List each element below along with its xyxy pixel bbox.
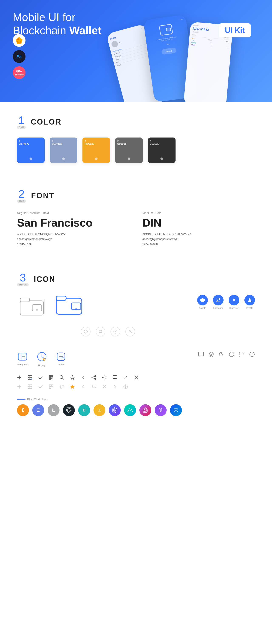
history-icon	[36, 351, 47, 362]
uni-icon	[170, 404, 182, 416]
svg-point-12	[36, 309, 38, 311]
main-content: 1 ONE COLOR # 3574FA # 8DA0C8 # F5A623 #…	[0, 102, 272, 442]
forward-icon-faint	[112, 384, 117, 390]
info-icon-faint	[123, 384, 128, 390]
svg-rect-88	[49, 387, 51, 388]
tool-badges: Ps 60+ Screens	[13, 34, 26, 79]
svg-rect-87	[52, 385, 53, 386]
misc-icons-row	[198, 351, 255, 358]
settings-icon	[102, 375, 107, 381]
sketch-badge	[13, 34, 26, 47]
add-icon-faint	[17, 384, 22, 390]
icon-row-wallet: Assets Exchange	[17, 295, 255, 318]
hero-title: Mobile UI for Blockchain Wallet	[13, 11, 132, 37]
svg-marker-68	[70, 376, 74, 380]
svg-point-24	[115, 331, 116, 332]
speech-icon	[239, 351, 245, 358]
close-icon	[134, 375, 138, 381]
discover-icon-box: Discover	[229, 295, 239, 309]
icon-row-bottom-nav: Mangment History	[17, 351, 255, 367]
svg-point-74	[104, 377, 105, 378]
svg-point-16	[75, 308, 77, 310]
litecoin-icon: Ł	[48, 404, 60, 416]
check-icon-faint	[38, 384, 43, 390]
section-num-3: 3 THREE	[17, 272, 29, 286]
icon-row-outline	[17, 327, 255, 336]
swatch-gray-blue: # 8DA0C8	[50, 138, 77, 163]
ui-kit-badge: UI Kit	[219, 24, 251, 38]
svg-marker-96	[114, 408, 116, 412]
svg-rect-57	[50, 376, 50, 377]
avax-icon	[140, 404, 151, 416]
section-num-1: 1 ONE	[17, 115, 26, 129]
svg-rect-39	[62, 357, 64, 359]
svg-rect-85	[30, 387, 32, 388]
svg-marker-97	[114, 410, 116, 411]
svg-marker-89	[70, 385, 74, 389]
svg-rect-52	[28, 378, 30, 380]
svg-rect-10	[20, 298, 30, 302]
font-section-header: 2 TWO FONT	[17, 176, 255, 211]
circle-icon	[229, 351, 234, 358]
order-icon	[56, 351, 66, 362]
section-num-2: 2 TWO	[17, 188, 26, 203]
color-section-header: 1 ONE COLOR	[17, 102, 255, 138]
svg-rect-9	[20, 301, 44, 315]
hex-icon	[109, 404, 121, 416]
swatch-dot	[128, 158, 130, 160]
svg-rect-75	[113, 376, 117, 378]
qr-icon	[49, 375, 54, 381]
back-icon	[81, 375, 86, 381]
svg-point-20	[234, 298, 234, 299]
hero-section: Mobile UI for Blockchain Wallet UI Kit P…	[0, 0, 272, 102]
svg-marker-95	[112, 408, 117, 413]
ethereum-icon: Ξ	[32, 404, 44, 416]
blockchain-label: BlockChain Icon	[17, 398, 255, 401]
font-grid: Regular · Medium · Bold San Francisco AB…	[17, 211, 255, 246]
swap-icon	[123, 375, 128, 381]
profile-outline	[126, 327, 135, 336]
font-sf: Regular · Medium · Bold San Francisco AB…	[17, 211, 130, 246]
svg-rect-84	[28, 387, 30, 388]
dash-icon: Ð	[78, 404, 90, 416]
blockchain-line	[17, 399, 26, 400]
discover-icon	[229, 295, 239, 306]
chat-icon	[198, 351, 204, 358]
swatch-dot	[160, 158, 163, 160]
share-icon	[92, 375, 96, 381]
check-icon	[38, 375, 43, 381]
refresh-icon-faint	[60, 384, 64, 390]
assets-outline	[81, 327, 90, 336]
wallet-wireframe	[17, 295, 47, 318]
swatch-dark: # 303030	[148, 138, 176, 163]
swatch-orange: # F5A623	[82, 138, 110, 163]
order-icon-box: Order	[56, 351, 66, 366]
svg-point-25	[130, 330, 131, 332]
svg-rect-59	[52, 376, 53, 377]
swatch-dot	[62, 158, 65, 160]
svg-point-70	[95, 378, 96, 380]
svg-rect-82	[28, 385, 30, 386]
qr-icon-faint	[49, 384, 54, 390]
grid-icon-faint	[28, 384, 32, 390]
svg-point-19	[233, 299, 235, 301]
star-filled-icon	[70, 384, 75, 390]
svg-rect-61	[50, 378, 50, 379]
swatch-blue: # 3574FA	[17, 138, 44, 163]
crypto-icons-row: ₿ Ξ Ł Ð Z	[17, 404, 255, 429]
svg-rect-14	[56, 296, 66, 300]
nav-icons-colored: Assets Exchange	[197, 295, 255, 309]
cross-icon-faint	[102, 384, 107, 390]
resize-icon-faint	[92, 384, 96, 390]
assets-icon	[197, 295, 208, 306]
discover-outline	[110, 327, 120, 336]
svg-rect-86	[49, 385, 51, 386]
svg-line-73	[93, 378, 95, 379]
svg-marker-17	[200, 298, 205, 302]
profile-icon-box: Profile	[244, 295, 255, 309]
svg-rect-40	[198, 352, 204, 356]
icon-section: Assets Exchange	[17, 295, 255, 442]
wallet-solid	[55, 295, 83, 317]
svg-point-69	[95, 376, 96, 376]
svg-marker-22	[84, 330, 88, 334]
